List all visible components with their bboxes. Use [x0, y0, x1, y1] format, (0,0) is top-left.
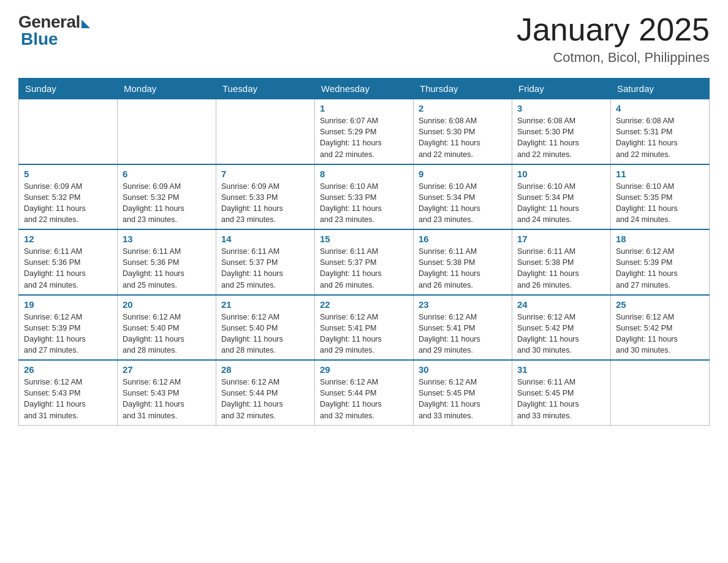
day-info: Sunrise: 6:09 AMSunset: 5:32 PMDaylight:…: [24, 181, 112, 226]
day-number: 27: [123, 364, 211, 375]
day-info: Sunrise: 6:09 AMSunset: 5:32 PMDaylight:…: [123, 181, 211, 226]
calendar-cell: 15Sunrise: 6:11 AMSunset: 5:37 PMDayligh…: [315, 229, 414, 295]
day-info: Sunrise: 6:11 AMSunset: 5:45 PMDaylight:…: [517, 377, 605, 421]
day-info: Sunrise: 6:08 AMSunset: 5:31 PMDaylight:…: [616, 115, 704, 160]
day-number: 23: [419, 299, 507, 310]
calendar-week-row: 26Sunrise: 6:12 AMSunset: 5:43 PMDayligh…: [19, 360, 710, 425]
calendar-header-row: Sunday Monday Tuesday Wednesday Thursday…: [19, 79, 710, 99]
day-number: 20: [123, 299, 211, 310]
calendar-cell: 22Sunrise: 6:12 AMSunset: 5:41 PMDayligh…: [315, 295, 414, 361]
calendar-table: Sunday Monday Tuesday Wednesday Thursday…: [18, 78, 710, 426]
day-number: 8: [320, 169, 408, 179]
calendar-cell: 5Sunrise: 6:09 AMSunset: 5:32 PMDaylight…: [19, 164, 118, 230]
day-info: Sunrise: 6:11 AMSunset: 5:38 PMDaylight:…: [517, 246, 605, 291]
day-number: 6: [123, 169, 211, 179]
day-info: Sunrise: 6:12 AMSunset: 5:40 PMDaylight:…: [221, 312, 309, 356]
day-info: Sunrise: 6:12 AMSunset: 5:44 PMDaylight:…: [320, 377, 408, 421]
day-number: 16: [419, 234, 507, 244]
calendar-cell: 1Sunrise: 6:07 AMSunset: 5:29 PMDaylight…: [315, 99, 414, 164]
day-info: Sunrise: 6:10 AMSunset: 5:34 PMDaylight:…: [517, 181, 605, 226]
day-info: Sunrise: 6:10 AMSunset: 5:35 PMDaylight:…: [616, 181, 704, 226]
calendar-cell: 2Sunrise: 6:08 AMSunset: 5:30 PMDaylight…: [414, 99, 512, 164]
day-info: Sunrise: 6:08 AMSunset: 5:30 PMDaylight:…: [419, 115, 507, 160]
day-info: Sunrise: 6:11 AMSunset: 5:36 PMDaylight:…: [123, 246, 211, 291]
day-info: Sunrise: 6:07 AMSunset: 5:29 PMDaylight:…: [320, 115, 408, 160]
day-info: Sunrise: 6:12 AMSunset: 5:39 PMDaylight:…: [616, 246, 704, 291]
header-tuesday: Tuesday: [216, 79, 315, 99]
day-info: Sunrise: 6:09 AMSunset: 5:33 PMDaylight:…: [221, 181, 309, 226]
day-number: 3: [517, 103, 605, 113]
calendar-cell: 29Sunrise: 6:12 AMSunset: 5:44 PMDayligh…: [315, 360, 414, 425]
day-number: 2: [419, 103, 507, 113]
calendar-cell: 30Sunrise: 6:12 AMSunset: 5:45 PMDayligh…: [414, 360, 512, 425]
calendar-cell: 20Sunrise: 6:12 AMSunset: 5:40 PMDayligh…: [118, 295, 216, 361]
day-info: Sunrise: 6:12 AMSunset: 5:40 PMDaylight:…: [123, 312, 211, 356]
calendar-cell: 16Sunrise: 6:11 AMSunset: 5:38 PMDayligh…: [414, 229, 512, 295]
header-wednesday: Wednesday: [315, 79, 414, 99]
calendar-week-row: 5Sunrise: 6:09 AMSunset: 5:32 PMDaylight…: [19, 164, 710, 230]
calendar-cell: 21Sunrise: 6:12 AMSunset: 5:40 PMDayligh…: [216, 295, 315, 361]
logo: General Blue: [18, 12, 90, 49]
day-info: Sunrise: 6:11 AMSunset: 5:36 PMDaylight:…: [24, 246, 112, 291]
day-number: 21: [221, 299, 309, 310]
calendar-cell: 31Sunrise: 6:11 AMSunset: 5:45 PMDayligh…: [512, 360, 611, 425]
day-info: Sunrise: 6:12 AMSunset: 5:42 PMDaylight:…: [517, 312, 605, 356]
day-number: 19: [24, 299, 112, 310]
calendar-cell: 19Sunrise: 6:12 AMSunset: 5:39 PMDayligh…: [19, 295, 118, 361]
header-saturday: Saturday: [611, 79, 710, 99]
day-info: Sunrise: 6:12 AMSunset: 5:44 PMDaylight:…: [221, 377, 309, 421]
day-info: Sunrise: 6:12 AMSunset: 5:41 PMDaylight:…: [419, 312, 507, 356]
day-number: 1: [320, 103, 408, 113]
calendar-cell: 8Sunrise: 6:10 AMSunset: 5:33 PMDaylight…: [315, 164, 414, 230]
day-number: 18: [616, 234, 704, 244]
day-info: Sunrise: 6:10 AMSunset: 5:33 PMDaylight:…: [320, 181, 408, 226]
day-number: 25: [616, 299, 704, 310]
title-section: January 2025 Cotmon, Bicol, Philippines: [517, 12, 710, 66]
logo-blue-text: Blue: [21, 29, 58, 49]
day-number: 5: [24, 169, 112, 179]
day-info: Sunrise: 6:12 AMSunset: 5:42 PMDaylight:…: [616, 312, 704, 356]
calendar-week-row: 1Sunrise: 6:07 AMSunset: 5:29 PMDaylight…: [19, 99, 710, 164]
calendar-cell: 7Sunrise: 6:09 AMSunset: 5:33 PMDaylight…: [216, 164, 315, 230]
day-info: Sunrise: 6:11 AMSunset: 5:38 PMDaylight:…: [419, 246, 507, 291]
calendar-cell: 12Sunrise: 6:11 AMSunset: 5:36 PMDayligh…: [19, 229, 118, 295]
day-number: 29: [320, 364, 408, 375]
day-number: 26: [24, 364, 112, 375]
day-number: 28: [221, 364, 309, 375]
header-thursday: Thursday: [414, 79, 512, 99]
day-number: 4: [616, 103, 704, 113]
calendar-cell: 24Sunrise: 6:12 AMSunset: 5:42 PMDayligh…: [512, 295, 611, 361]
calendar-cell: [118, 99, 216, 164]
day-info: Sunrise: 6:12 AMSunset: 5:39 PMDaylight:…: [24, 312, 112, 356]
day-number: 15: [320, 234, 408, 244]
day-number: 9: [419, 169, 507, 179]
calendar-cell: 6Sunrise: 6:09 AMSunset: 5:32 PMDaylight…: [118, 164, 216, 230]
calendar-cell: 3Sunrise: 6:08 AMSunset: 5:30 PMDaylight…: [512, 99, 611, 164]
calendar-cell: 17Sunrise: 6:11 AMSunset: 5:38 PMDayligh…: [512, 229, 611, 295]
day-number: 24: [517, 299, 605, 310]
day-info: Sunrise: 6:12 AMSunset: 5:45 PMDaylight:…: [419, 377, 507, 421]
calendar-cell: 26Sunrise: 6:12 AMSunset: 5:43 PMDayligh…: [19, 360, 118, 425]
calendar-cell: 13Sunrise: 6:11 AMSunset: 5:36 PMDayligh…: [118, 229, 216, 295]
day-number: 30: [419, 364, 507, 375]
location-subtitle: Cotmon, Bicol, Philippines: [517, 50, 710, 66]
calendar-cell: 9Sunrise: 6:10 AMSunset: 5:34 PMDaylight…: [414, 164, 512, 230]
day-number: 13: [123, 234, 211, 244]
header-friday: Friday: [512, 79, 611, 99]
day-number: 12: [24, 234, 112, 244]
calendar-cell: 4Sunrise: 6:08 AMSunset: 5:31 PMDaylight…: [611, 99, 710, 164]
day-number: 10: [517, 169, 605, 179]
day-number: 22: [320, 299, 408, 310]
calendar-cell: 28Sunrise: 6:12 AMSunset: 5:44 PMDayligh…: [216, 360, 315, 425]
logo-triangle-icon: [82, 20, 90, 28]
calendar-cell: 18Sunrise: 6:12 AMSunset: 5:39 PMDayligh…: [611, 229, 710, 295]
calendar-cell: [611, 360, 710, 425]
calendar-cell: 25Sunrise: 6:12 AMSunset: 5:42 PMDayligh…: [611, 295, 710, 361]
day-info: Sunrise: 6:12 AMSunset: 5:43 PMDaylight:…: [123, 377, 211, 421]
day-number: 31: [517, 364, 605, 375]
calendar-cell: 27Sunrise: 6:12 AMSunset: 5:43 PMDayligh…: [118, 360, 216, 425]
day-info: Sunrise: 6:11 AMSunset: 5:37 PMDaylight:…: [221, 246, 309, 291]
month-year-title: January 2025: [517, 12, 710, 47]
day-number: 14: [221, 234, 309, 244]
day-info: Sunrise: 6:12 AMSunset: 5:41 PMDaylight:…: [320, 312, 408, 356]
